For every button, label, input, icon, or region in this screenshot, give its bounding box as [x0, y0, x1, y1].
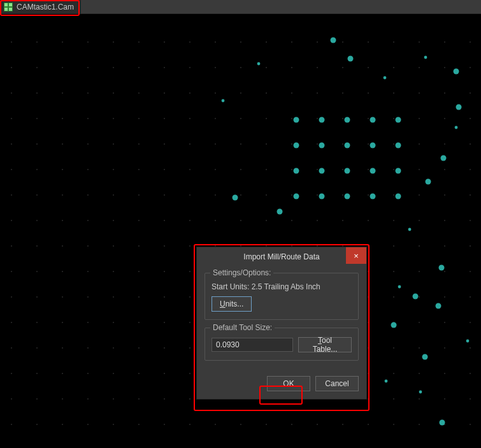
svg-point-147 — [240, 220, 241, 221]
svg-point-349 — [454, 69, 459, 75]
svg-point-247 — [368, 347, 369, 349]
svg-point-9 — [113, 41, 114, 43]
svg-point-126 — [189, 194, 190, 196]
svg-point-365 — [424, 56, 427, 59]
svg-point-45 — [62, 92, 63, 94]
svg-point-56 — [342, 92, 343, 94]
svg-point-210 — [393, 296, 394, 298]
svg-point-25 — [36, 67, 38, 68]
svg-point-236 — [87, 347, 89, 349]
svg-point-33 — [240, 67, 241, 68]
svg-point-252 — [11, 373, 12, 374]
svg-point-76 — [368, 118, 369, 119]
svg-point-94 — [342, 143, 343, 145]
svg-point-350 — [331, 38, 336, 43]
svg-point-348 — [456, 105, 462, 110]
svg-point-363 — [222, 99, 225, 103]
svg-point-248 — [393, 347, 394, 349]
svg-point-341 — [370, 168, 376, 174]
svg-point-17 — [317, 41, 318, 43]
svg-point-354 — [439, 265, 445, 271]
svg-point-100 — [11, 169, 12, 170]
svg-point-369 — [466, 340, 470, 343]
svg-point-95 — [368, 143, 369, 145]
svg-point-305 — [393, 424, 394, 425]
svg-point-109 — [240, 169, 241, 170]
svg-point-72 — [266, 118, 267, 119]
svg-point-82 — [36, 143, 38, 145]
svg-point-258 — [164, 373, 165, 374]
svg-point-239 — [164, 347, 165, 349]
svg-point-177 — [36, 271, 38, 272]
svg-point-88 — [189, 143, 190, 145]
svg-point-131 — [317, 194, 318, 196]
svg-point-20 — [393, 41, 394, 43]
svg-point-220 — [164, 322, 165, 323]
svg-point-103 — [87, 169, 89, 170]
svg-rect-4 — [9, 8, 12, 11]
svg-point-344 — [319, 194, 325, 199]
svg-point-299 — [240, 424, 241, 425]
svg-point-55 — [317, 92, 318, 94]
svg-point-257 — [138, 373, 140, 374]
svg-point-142 — [113, 220, 114, 221]
dialog-close-button[interactable]: × — [346, 247, 366, 264]
ok-button[interactable]: OK — [267, 376, 310, 391]
svg-point-79 — [444, 118, 445, 119]
svg-point-215 — [36, 322, 38, 323]
svg-rect-2 — [9, 3, 12, 6]
default-tool-size-input[interactable] — [212, 338, 293, 352]
cancel-button[interactable]: Cancel — [315, 376, 359, 391]
svg-point-254 — [62, 373, 63, 374]
svg-point-141 — [87, 220, 89, 221]
svg-point-295 — [138, 424, 140, 425]
svg-point-171 — [368, 245, 369, 247]
svg-point-99 — [470, 143, 471, 145]
svg-point-360 — [233, 195, 238, 201]
svg-point-179 — [87, 271, 89, 272]
svg-point-274 — [87, 398, 89, 400]
svg-point-163 — [164, 245, 165, 247]
svg-point-58 — [393, 92, 394, 94]
svg-point-47 — [113, 92, 114, 94]
svg-point-362 — [257, 62, 261, 66]
svg-point-34 — [266, 67, 267, 68]
svg-point-81 — [11, 143, 12, 145]
units-button[interactable]: Units... — [212, 296, 252, 312]
svg-point-217 — [87, 322, 89, 323]
svg-point-212 — [444, 296, 445, 298]
svg-point-98 — [444, 143, 445, 145]
svg-point-73 — [291, 118, 292, 119]
tool-table-button[interactable]: Tool Table... — [298, 337, 352, 352]
svg-point-75 — [342, 118, 343, 119]
svg-point-71 — [240, 118, 241, 119]
settings-options-group: Settings/Options: Start Units: 2.5 Trail… — [205, 273, 359, 320]
svg-point-343 — [294, 194, 299, 199]
svg-point-156 — [470, 220, 471, 221]
svg-point-145 — [189, 220, 190, 221]
import-mill-route-dialog: Import Mill/Route Data × Settings/Option… — [196, 247, 367, 400]
svg-point-196 — [36, 296, 38, 298]
svg-point-256 — [113, 373, 114, 374]
svg-point-30 — [164, 67, 165, 68]
svg-point-335 — [345, 143, 350, 148]
svg-point-364 — [384, 76, 387, 80]
svg-point-15 — [266, 41, 267, 43]
document-tab[interactable]: CAMtastic1.Cam — [0, 0, 81, 14]
svg-point-285 — [368, 398, 369, 400]
svg-point-347 — [396, 194, 401, 199]
svg-point-155 — [444, 220, 445, 221]
svg-point-367 — [408, 228, 412, 231]
svg-point-159 — [62, 245, 63, 247]
dialog-titlebar[interactable]: Import Mill/Route Data × — [197, 247, 366, 266]
svg-point-266 — [368, 373, 369, 374]
svg-point-237 — [113, 347, 114, 349]
svg-point-125 — [164, 194, 165, 196]
svg-point-67 — [138, 118, 140, 119]
svg-point-164 — [189, 245, 190, 247]
svg-point-330 — [345, 117, 350, 123]
svg-point-154 — [419, 220, 420, 221]
svg-point-7 — [62, 41, 63, 43]
svg-point-338 — [294, 168, 299, 174]
svg-point-153 — [393, 220, 394, 221]
